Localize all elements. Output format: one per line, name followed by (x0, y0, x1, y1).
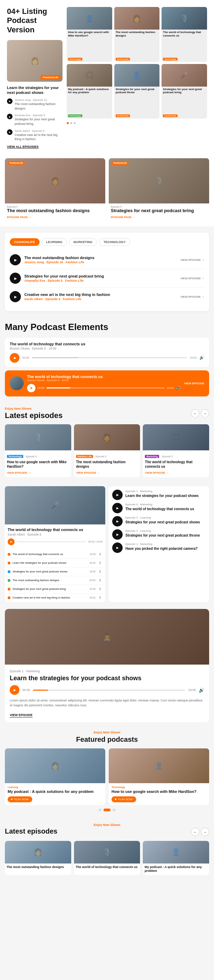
ep-list-progress[interactable] (17, 541, 86, 542)
podcast-card-4[interactable]: 🎧 Technology My podcast : A quick soluti… (67, 64, 112, 119)
download-icon-4[interactable]: ⬇ (98, 578, 103, 583)
ep-right-item-4[interactable]: Episode 3 · Learning Strategies for your… (112, 529, 206, 540)
podcast-card-img-1: 👤 (67, 7, 112, 30)
ep-card-2[interactable]: 👩 Fashion Life Episode 5 The most outsta… (74, 424, 140, 477)
podcast-card-1[interactable]: 👤 Technology How to use google search wi… (67, 7, 112, 62)
large-progress[interactable] (33, 690, 185, 690)
view-episode-link-2[interactable]: VIEW EPISODE → (181, 277, 204, 280)
feat-play-btn-1[interactable]: PLAY NOW (8, 796, 32, 802)
featured-card-1[interactable]: 👩 FashionLife Episode 5 The most outstan… (5, 158, 105, 222)
volume-icon-2[interactable]: 🔊 (176, 386, 181, 390)
bottom-nav-prev[interactable]: ← (191, 828, 200, 836)
download-icon-5[interactable]: ⬇ (98, 587, 103, 592)
ep-right-play-2[interactable] (112, 503, 123, 513)
ep-view-link-1[interactable]: VIEW EPISODE → (7, 471, 30, 474)
episode-item-3[interactable]: Sarah Albert · Episode 6 Creative new ar… (7, 129, 63, 142)
episode-item-2[interactable]: Amanda Eve · Episode 5 Strategies for yo… (7, 113, 63, 126)
page-dot-2[interactable] (103, 808, 111, 811)
featured-episode-label-1: Episode 5 (7, 205, 103, 208)
download-icon-2[interactable]: ⬇ (98, 561, 103, 565)
tab-learning[interactable]: LEARNING (42, 238, 67, 246)
tab-fashionlife[interactable]: FASHIONLIFE (10, 238, 40, 246)
nav-prev[interactable]: ← (191, 409, 200, 418)
play-icon-2[interactable] (7, 114, 13, 119)
ep-card-1[interactable]: 🎙️ Technology Episode 9 How to use googl… (5, 424, 71, 477)
ep-list-section: 🎤 The world of technology that connects … (0, 483, 214, 605)
ep-view-link-2[interactable]: VIEW EPISODE → (76, 471, 100, 474)
ep-row-time-3: 18:09 (89, 570, 95, 573)
episode-item-1[interactable]: Jessica Jung · Episode 14 The most outst… (7, 98, 63, 111)
card-tag-4: Technology (68, 115, 82, 117)
bottom-ep-card-3[interactable]: 👤 My podcast : A quick solutions for any… (143, 841, 209, 875)
page-dot-1[interactable] (99, 808, 101, 811)
feat-play-btn-2[interactable]: PLAY NOW (111, 796, 136, 802)
ep-right-play-5[interactable] (112, 542, 123, 553)
ep-right-play-4[interactable] (112, 529, 123, 540)
play-icon-1[interactable] (7, 99, 13, 104)
ep-list-play-btn[interactable] (8, 538, 14, 545)
play-btn-1[interactable] (10, 254, 21, 265)
ep-row-item-1[interactable]: The world of technology that connects us… (5, 550, 105, 559)
episode-row-3: Creative new art is the next big thing i… (10, 288, 204, 306)
download-icon-6[interactable]: ⬇ (98, 595, 103, 600)
pagination-dot-1[interactable] (67, 122, 69, 124)
download-icon-1[interactable]: ⬇ (98, 552, 103, 557)
many-section-heading: Many Podcast Elements (5, 322, 209, 332)
ep-row-item-3[interactable]: Strategies for your next great podcast s… (5, 568, 105, 576)
nav-next[interactable]: → (201, 409, 209, 418)
ep-right-item-3[interactable]: Episode 3 · Learning Strategies for your… (112, 516, 206, 527)
pagination-dot-2[interactable] (70, 122, 72, 124)
podcast-card-2[interactable]: 👩 FashionLife The most outstanding fashi… (114, 7, 160, 62)
featured-card-tag-1: FashionLife (8, 161, 25, 165)
tab-technology[interactable]: TECHNOLOGY (99, 238, 130, 246)
bottom-ep-card-2[interactable]: 🎙️ The world of technology that connects… (74, 841, 140, 875)
page-dot-3[interactable] (113, 808, 115, 811)
player1-play-btn[interactable] (10, 353, 19, 363)
podcast-card-6[interactable]: 🎤 FashionLife Strategies for your next g… (162, 64, 207, 119)
ep-right-play-1[interactable] (112, 490, 123, 500)
pagination-dot-3[interactable] (74, 122, 76, 124)
podcast-card-img-6: 🎤 (162, 64, 207, 87)
bottom-nav-next[interactable]: → (201, 828, 209, 836)
ep-view-link-3[interactable]: VIEW EPISODE → (145, 471, 168, 474)
volume-icon-1[interactable]: 🔊 (200, 355, 204, 360)
podcast-card-3[interactable]: 🎙️ Technology The world of technology th… (162, 7, 207, 62)
tab-marketing[interactable]: MARKETING (69, 238, 97, 246)
feat-card-1[interactable]: 👩 Learning My podcast : A quick solution… (5, 748, 105, 805)
featured-episode-link-1[interactable]: EPISODE PAGE → (7, 216, 31, 219)
large-play-btn[interactable] (10, 685, 19, 695)
podcast-card-5[interactable]: 👤 FashionLife Strategies for your next g… (114, 64, 160, 119)
ep-right-item-5[interactable]: Episode 1 · Marketing Have you picked th… (112, 542, 206, 553)
download-icon-3[interactable]: ⬇ (98, 569, 103, 574)
feat-cat-2: Technology (111, 786, 206, 788)
featured-episode-link-2[interactable]: EPISODE PAGE → (111, 216, 135, 219)
player1-progress[interactable] (32, 357, 187, 358)
player2-play-btn[interactable] (27, 384, 35, 392)
bottom-cards-grid: 👩 The most outstanding fashion designs 🎙… (5, 841, 209, 875)
ep-card-3[interactable]: 🎧 Marketing Episode 5 The world of techn… (143, 424, 209, 477)
view-episode-link-1[interactable]: VIEW EPISODE → (181, 258, 204, 261)
ep-right-item-1[interactable]: Episode 1 · Marketing Learn the strategi… (112, 490, 206, 500)
large-view-ep-btn[interactable]: VIEW EPISODE (10, 713, 33, 718)
ep-right-item-2[interactable]: Episode 6 · Marketing The world of techn… (112, 503, 206, 513)
bottom-ep-card-1[interactable]: 👩 The most outstanding fashion designs (5, 841, 71, 875)
play-btn-3[interactable] (10, 291, 21, 302)
ep-list-author: Sarah Albert · Episode 8 (8, 533, 103, 536)
player2-view-link[interactable]: VIEW EPISODE (184, 382, 204, 385)
feat-card-2[interactable]: 👤 Technology How to use google search wi… (109, 748, 209, 805)
ep-row-item-4[interactable]: The most outstanding fashion designs 00:… (5, 576, 105, 585)
player2-meta: Brazen Oluwa · Episode 9 · 19:09 (27, 379, 181, 382)
player2-progress[interactable] (46, 387, 165, 388)
ep-row-item-6[interactable]: Creative new art is the next big thing i… (5, 593, 105, 602)
featured-section: Enjoy New Shows Featured podcasts 👩 Lear… (0, 726, 214, 819)
ep-row-item-2[interactable]: Learn the strategies for your podcast sh… (5, 559, 105, 568)
ep-row-item-5[interactable]: Strategies for your next great podcast b… (5, 585, 105, 593)
play-icon-3[interactable] (7, 129, 13, 135)
play-btn-2[interactable] (10, 273, 21, 284)
view-episode-link-3[interactable]: VIEW EPISODE → (181, 295, 204, 298)
featured-card-2[interactable]: 🎙️ FashionLife Episode 5 Strategies for … (109, 158, 209, 222)
view-all-link[interactable]: VIEW ALL EPISODES (7, 145, 38, 148)
ep-right-play-3[interactable] (112, 516, 123, 527)
large-ep-card: 👨‍💼 Episode 1 · Marketing Learn the stra… (5, 609, 209, 722)
volume-icon-large[interactable]: 🔊 (199, 687, 204, 693)
